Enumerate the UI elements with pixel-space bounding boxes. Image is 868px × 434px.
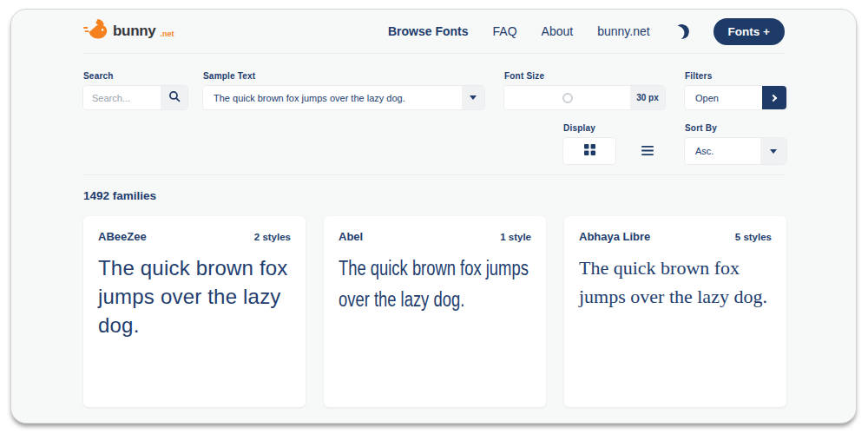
fonts-add-button[interactable]: Fonts + xyxy=(713,18,785,45)
search-icon xyxy=(168,90,181,105)
sort-by-dropdown-button[interactable] xyxy=(760,138,786,164)
search-input[interactable] xyxy=(83,86,161,109)
list-view-button[interactable] xyxy=(635,138,661,164)
display-group: Display xyxy=(563,123,661,164)
logo-tld-text: .net xyxy=(161,30,174,38)
font-size-label: Font Size xyxy=(504,71,665,81)
nav-bunny-net[interactable]: bunny.net xyxy=(597,24,649,38)
font-styles-count: 1 style xyxy=(500,232,531,242)
filters-label: Filters xyxy=(685,71,786,81)
sample-text-dropdown-button[interactable] xyxy=(462,86,484,109)
font-cards: ABeeZee 2 styles The quick brown fox jum… xyxy=(83,216,786,407)
results-divider xyxy=(83,174,785,175)
sort-by-value: Asc. xyxy=(685,138,760,164)
search-button[interactable] xyxy=(161,86,187,109)
font-name[interactable]: Abhaya Libre xyxy=(579,230,650,243)
bunny-logo-icon xyxy=(83,18,109,44)
sample-text-label: Sample Text xyxy=(203,71,484,81)
header: bunny.net Browse Fonts FAQ About bunny.n… xyxy=(83,10,785,54)
sort-by-group: Sort By Asc. xyxy=(685,123,786,164)
font-card-abel[interactable]: Abel 1 style The quick brown fox jumps o… xyxy=(324,216,546,407)
filters-open-value: Open xyxy=(685,86,762,109)
search-group: Search xyxy=(83,71,187,109)
app-window: bunny.net Browse Fonts FAQ About bunny.n… xyxy=(10,9,857,424)
grid-view-button[interactable] xyxy=(563,138,615,164)
font-name[interactable]: ABeeZee xyxy=(98,230,147,243)
filters-group: Filters Open xyxy=(685,71,786,109)
sample-text-group: Sample Text The quick brown fox jumps ov… xyxy=(203,71,484,109)
font-card-abeezee[interactable]: ABeeZee 2 styles The quick brown fox jum… xyxy=(83,216,306,407)
font-sample-text: The quick brown fox jumps over the lazy … xyxy=(339,253,531,315)
sort-by-label: Sort By xyxy=(685,123,786,133)
logo-brand-text: bunny xyxy=(113,23,156,40)
font-styles-count: 5 styles xyxy=(735,232,772,242)
font-name[interactable]: Abel xyxy=(339,230,363,243)
display-label: Display xyxy=(563,123,661,133)
nav-browse-fonts[interactable]: Browse Fonts xyxy=(388,24,469,38)
bunny-logo[interactable]: bunny.net xyxy=(83,18,174,44)
main-nav: Browse Fonts FAQ About bunny.net Fonts + xyxy=(388,18,785,45)
font-size-value: 30 px xyxy=(630,86,665,109)
families-count: 1492 families xyxy=(83,189,156,202)
font-sample-text: The quick brown fox jumps over the lazy … xyxy=(579,253,772,311)
font-styles-count: 2 styles xyxy=(254,232,291,242)
caret-down-icon xyxy=(470,95,477,100)
search-label: Search xyxy=(83,71,187,81)
list-view-icon xyxy=(641,145,654,158)
caret-down-icon xyxy=(770,149,777,154)
font-size-slider[interactable] xyxy=(504,86,630,109)
sample-text-value[interactable]: The quick brown fox jumps over the lazy … xyxy=(203,86,462,109)
moon-icon[interactable] xyxy=(673,23,691,41)
font-size-slider-handle[interactable] xyxy=(562,93,573,103)
font-sample-text: The quick brown fox jumps over the lazy … xyxy=(98,253,291,339)
nav-about[interactable]: About xyxy=(542,24,574,38)
nav-faq[interactable]: FAQ xyxy=(493,24,517,38)
filters-open-button[interactable] xyxy=(762,86,786,109)
chevron-right-icon xyxy=(770,94,777,101)
grid-view-icon xyxy=(584,144,595,158)
font-size-group: Font Size 30 px xyxy=(504,71,665,109)
font-card-abhaya-libre[interactable]: Abhaya Libre 5 styles The quick brown fo… xyxy=(564,216,786,407)
